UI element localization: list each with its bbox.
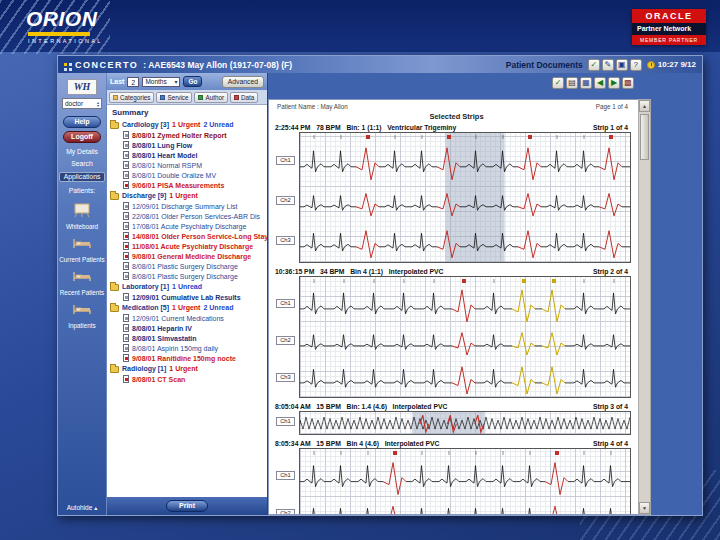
- scroll-up-button[interactable]: [639, 100, 650, 112]
- document-link[interactable]: 11/08/01 Acute Psychiatry Discharge: [110, 241, 267, 251]
- channel-label: Ch2: [276, 336, 295, 345]
- urgent-badge: 1 Urgent: [169, 192, 197, 199]
- summary-panel: Summary Cardiology [3]1 Urgent2 Unread8/…: [107, 105, 267, 497]
- sidebar-item-my-details[interactable]: My Details: [66, 148, 98, 155]
- approve-icon[interactable]: ✓: [588, 59, 600, 71]
- document-link-label: 12/09/01 Cumulative Lab Results: [132, 294, 241, 301]
- help-button[interactable]: Help: [63, 116, 101, 128]
- summary-group-medication[interactable]: Medication [5]1 Urgent2 Unread: [110, 302, 267, 313]
- sidebar-item-current-patients[interactable]: Current Patients: [59, 236, 105, 263]
- scroll-thumb[interactable]: [640, 114, 649, 160]
- document-link[interactable]: 22/08/01 Older Person Services-ABR Dis: [110, 211, 267, 221]
- ecg-waveform: [300, 449, 630, 515]
- document-link[interactable]: 8/08/01 Zymed Holter Report: [110, 130, 267, 140]
- document-icon: [123, 324, 129, 332]
- service-icon: [160, 95, 165, 100]
- document-icon: [123, 262, 129, 270]
- document-link[interactable]: 8/08/01 Aspirin 150mg daily: [110, 343, 267, 353]
- go-button[interactable]: Go: [183, 76, 202, 87]
- facet-author[interactable]: Author: [194, 92, 228, 103]
- document-link[interactable]: 9/08/01 General Medicine Discharge: [110, 251, 267, 261]
- document-icon: [123, 181, 129, 189]
- channel-label: Ch2: [276, 509, 295, 515]
- facet-label: Service: [167, 94, 188, 101]
- sidebar-item-applications[interactable]: Applications: [59, 172, 106, 182]
- orion-underline: [28, 32, 90, 36]
- channel-label: Ch1: [276, 299, 295, 308]
- role-select[interactable]: doctor: [62, 98, 102, 109]
- summary-tree: Cardiology [3]1 Urgent2 Unread8/08/01 Zy…: [110, 119, 267, 384]
- strip-label: Strip 1 of 4: [593, 124, 628, 131]
- document-icon: [123, 354, 129, 362]
- advanced-button[interactable]: Advanced: [222, 76, 264, 88]
- channel-label: Ch3: [276, 236, 295, 245]
- next-icon[interactable]: ▶: [608, 77, 620, 89]
- urgent-badge: 1 Urgent: [172, 121, 200, 128]
- document-icon: [123, 252, 129, 260]
- range-count-input[interactable]: 2: [127, 77, 139, 87]
- titlebar: CONCERTO : AAE6543 May Allon (1917-07-08…: [58, 56, 702, 73]
- document-link[interactable]: 12/09/01 Discharge Summary List: [110, 201, 267, 211]
- document-link[interactable]: 17/08/01 Acute Psychiatry Discharge: [110, 221, 267, 231]
- document-link[interactable]: 8/08/01 Heparin IV: [110, 323, 267, 333]
- sidebar-item-recent-patients[interactable]: Recent Patients: [60, 269, 104, 296]
- range-unit-select[interactable]: Months: [142, 77, 180, 87]
- section-label: Patient Documents: [506, 60, 583, 70]
- document-icon: [123, 272, 129, 280]
- sidebar-item-whiteboard[interactable]: Whiteboard: [66, 203, 98, 230]
- document-link[interactable]: 12/09/01 Current Medications: [110, 313, 267, 323]
- prev-icon[interactable]: ◀: [594, 77, 606, 89]
- document-link[interactable]: 14/08/01 Older Person Service-Long Stay: [110, 231, 267, 241]
- document-link[interactable]: 8/08/01 Normal RSPM: [110, 160, 267, 170]
- doc-meta-left: Patient Name : May Allon: [277, 103, 348, 110]
- ecg-waveform: [300, 277, 630, 397]
- patient-banner: : AAE6543 May Allon (1917-07-08) (F): [143, 60, 292, 70]
- summary-group-discharge[interactable]: Discharge [9]1 Urgent: [110, 190, 267, 201]
- autohide-toggle[interactable]: Autohide: [67, 504, 98, 511]
- scrollbar[interactable]: [638, 99, 651, 515]
- sidebar-item-search[interactable]: Search: [71, 160, 93, 167]
- summary-group-laboratory[interactable]: Laboratory [1]1 Unread: [110, 281, 267, 292]
- spinner-icon[interactable]: [97, 101, 99, 107]
- document-link[interactable]: 9/08/01 Ranitidine 150mg nocte: [110, 353, 267, 363]
- grid-icon[interactable]: ▩: [622, 77, 634, 89]
- logoff-button[interactable]: Logoff: [63, 131, 101, 143]
- document-link[interactable]: 8/08/01 Plastic Surgery Discharge: [110, 271, 267, 281]
- unread-badge: 2 Unread: [203, 121, 233, 128]
- document-link[interactable]: 8/08/01 Plastic Surgery Discharge: [110, 261, 267, 271]
- document-icon: [123, 212, 129, 220]
- scroll-down-button[interactable]: [639, 502, 650, 514]
- facet-categories[interactable]: Categories: [109, 92, 154, 103]
- document-link[interactable]: 12/09/01 Cumulative Lab Results: [110, 292, 267, 302]
- document-icon[interactable]: ▣: [616, 59, 628, 71]
- facet-service[interactable]: Service: [156, 92, 192, 103]
- document-link[interactable]: 8/08/01 CT Scan: [110, 374, 267, 384]
- scroll-track[interactable]: [639, 160, 650, 502]
- print-button[interactable]: Print: [166, 500, 208, 512]
- ecg-strip: 2:25:44 PM 78 BPM Bin: 1 (1:1) Ventricul…: [275, 124, 638, 263]
- checklist-icon[interactable]: ✓: [552, 77, 564, 89]
- document-icon: [123, 314, 129, 322]
- facet-data[interactable]: Data: [230, 92, 258, 103]
- edit-icon[interactable]: ✎: [602, 59, 614, 71]
- summary-group-cardiology[interactable]: Cardiology [3]1 Urgent2 Unread: [110, 119, 267, 130]
- document-icon: [123, 151, 129, 159]
- summary-column: Last 2 Months Go Advanced CategoriesServ…: [106, 73, 268, 515]
- document-wrap: Patient Name : May Allon Page 1 of 4 Sel…: [268, 99, 702, 515]
- summary-group-radiology[interactable]: Radiology [1]1 Urgent: [110, 363, 267, 374]
- document-link[interactable]: 8/08/01 Heart Model: [110, 150, 267, 160]
- facet-label: Data: [241, 94, 254, 101]
- document-link[interactable]: 8/08/01 Double Oralize MV: [110, 170, 267, 180]
- document-link[interactable]: 9/06/01 PISA Measurements: [110, 180, 267, 190]
- document-link[interactable]: 8/08/01 Simvastatin: [110, 333, 267, 343]
- oracle-partner-badge: ORACLE Partner Network MEMBER PARTNER: [632, 9, 706, 45]
- oracle-logo: ORACLE: [632, 9, 706, 23]
- sidebar-item-inpatients[interactable]: Inpatients: [68, 302, 95, 329]
- document-link[interactable]: 8/08/01 Lung Flow: [110, 140, 267, 150]
- unread-badge: 2 Unread: [203, 304, 233, 311]
- save-icon[interactable]: ▦: [580, 77, 592, 89]
- print-icon[interactable]: ▤: [566, 77, 578, 89]
- help-icon[interactable]: ?: [630, 59, 642, 71]
- strip-label: Strip 2 of 4: [593, 268, 628, 275]
- ecg-strip: 8:05:04 AM 15 BPM Bin: 1.4 (4.6) Interpo…: [275, 403, 638, 435]
